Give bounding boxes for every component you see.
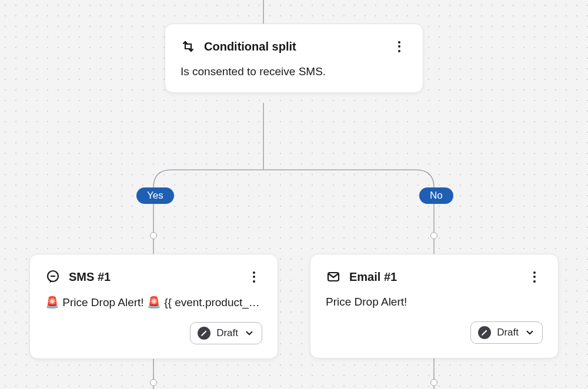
connector-node <box>430 379 437 386</box>
email-status-dropdown[interactable]: Draft <box>470 321 543 344</box>
kebab-icon <box>253 271 255 283</box>
sms-icon <box>45 269 61 284</box>
conditional-menu-button[interactable] <box>391 38 407 55</box>
sms-preview: 🚨 Price Drop Alert! 🚨 {{ event.product_n… <box>45 296 262 309</box>
sms-status-label: Draft <box>216 327 238 339</box>
email-title: Email #1 <box>349 270 518 284</box>
draft-icon <box>478 326 491 339</box>
sms-status-dropdown[interactable]: Draft <box>190 322 262 344</box>
sms-title: SMS #1 <box>69 270 238 284</box>
email-node-card[interactable]: Email #1 Price Drop Alert! Draft <box>310 254 559 358</box>
split-icon <box>181 39 196 54</box>
chevron-down-icon <box>524 327 535 338</box>
branch-no-pill: No <box>419 187 453 204</box>
connector-node <box>430 232 437 239</box>
connector-node <box>150 232 157 239</box>
connector-node <box>150 379 157 386</box>
kebab-icon <box>398 41 400 52</box>
sms-menu-button[interactable] <box>246 269 262 285</box>
conditional-description: Is consented to receive SMS. <box>181 65 407 78</box>
email-status-label: Draft <box>497 327 519 338</box>
chevron-down-icon <box>244 328 255 338</box>
email-icon <box>326 269 341 284</box>
draft-icon <box>198 327 211 340</box>
sms-node-card[interactable]: SMS #1 🚨 Price Drop Alert! 🚨 {{ event.pr… <box>29 254 278 359</box>
conditional-split-card[interactable]: Conditional split Is consented to receiv… <box>165 24 423 93</box>
email-preview: Price Drop Alert! <box>326 296 543 308</box>
branch-yes-pill: Yes <box>136 187 174 204</box>
email-menu-button[interactable] <box>526 269 543 285</box>
conditional-title: Conditional split <box>204 40 383 53</box>
kebab-icon <box>533 271 536 283</box>
